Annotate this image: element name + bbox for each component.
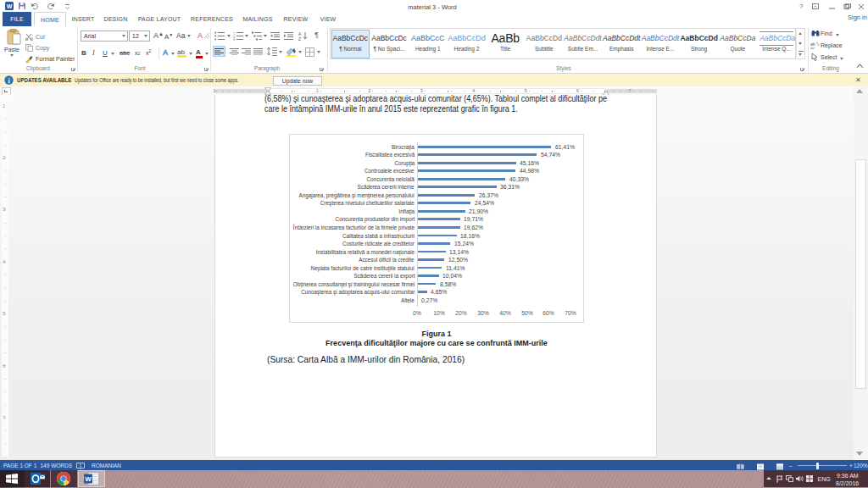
svg-text:3: 3 (233, 37, 236, 41)
svg-text:ac: ac (810, 46, 815, 50)
svg-text:Z: Z (298, 36, 301, 41)
svg-text:W: W (7, 3, 13, 9)
svg-text:W: W (85, 475, 92, 483)
